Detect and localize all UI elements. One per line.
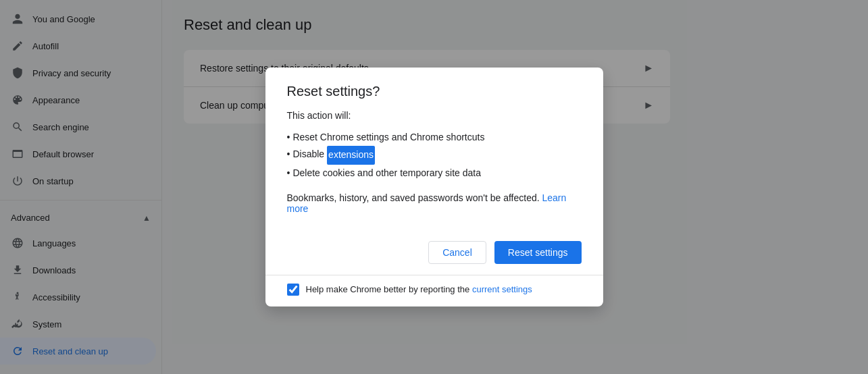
cancel-button[interactable]: Cancel <box>428 241 486 264</box>
list-item-1-before: Disable <box>292 146 324 164</box>
list-item-1: • Disable extensions <box>287 146 582 164</box>
footer-text-before: Help make Chrome better by reporting the <box>306 284 472 294</box>
bullet-0: • <box>287 129 290 146</box>
current-settings-link[interactable]: current settings <box>472 284 532 294</box>
reset-settings-button[interactable]: Reset settings <box>494 241 582 264</box>
dialog-subtitle: This action will: <box>287 110 582 121</box>
bullet-2: • <box>287 165 290 182</box>
bullet-1: • <box>287 146 290 164</box>
dialog-note: Bookmarks, history, and saved passwords … <box>287 192 582 230</box>
list-item-0-text: Reset Chrome settings and Chrome shortcu… <box>292 129 484 146</box>
checkbox-label: Help make Chrome better by reporting the… <box>306 284 532 294</box>
list-item-2: • Delete cookies and other temporary sit… <box>287 165 582 182</box>
list-item-2-text: Delete cookies and other temporary site … <box>292 165 481 182</box>
reset-settings-dialog: Reset settings? This action will: • Rese… <box>265 68 603 306</box>
list-item-1-highlight: extensions <box>327 146 375 164</box>
modal-actions: Cancel Reset settings <box>265 230 603 275</box>
modal-overlay[interactable]: Reset settings? This action will: • Rese… <box>162 0 868 374</box>
dialog-note-text: Bookmarks, history, and saved passwords … <box>287 192 542 203</box>
checkbox-wrapper: Help make Chrome better by reporting the… <box>287 284 532 296</box>
modal-footer: Help make Chrome better by reporting the… <box>265 275 603 306</box>
dialog-title: Reset settings? <box>287 84 582 99</box>
main-content: Reset and clean up Restore settings to t… <box>162 0 868 374</box>
dialog-list: • Reset Chrome settings and Chrome short… <box>287 129 582 182</box>
modal-body: Reset settings? This action will: • Rese… <box>265 68 603 230</box>
list-item-0: • Reset Chrome settings and Chrome short… <box>287 129 582 146</box>
report-settings-checkbox[interactable] <box>287 284 299 296</box>
